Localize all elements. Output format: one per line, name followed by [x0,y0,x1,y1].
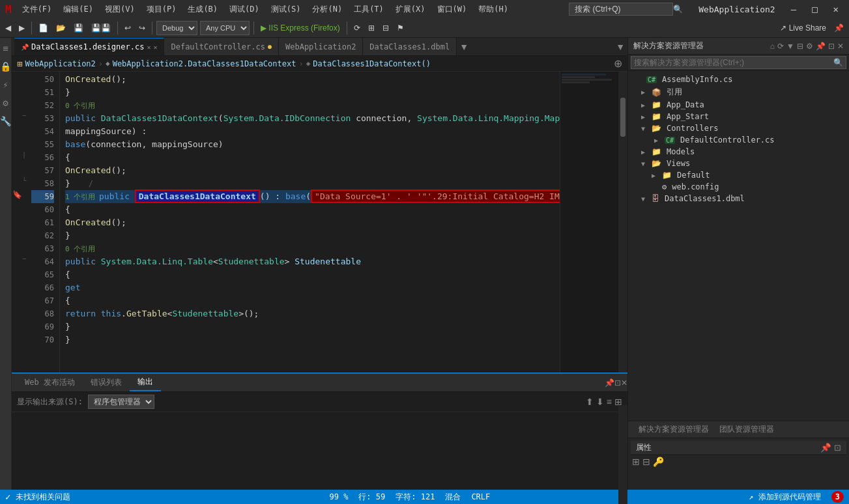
breadcrumb-method[interactable]: DataClasses1DataContext() [313,59,431,68]
save-button[interactable]: 💾 [71,22,86,34]
props-categorized-btn[interactable]: ⊞ [632,456,640,467]
props-float-btn[interactable]: ⊡ [834,443,841,453]
se-btn-home[interactable]: ⌂ [770,42,775,51]
output-scrollbar[interactable] [618,405,627,490]
se-btn-collapse[interactable]: ⊟ [797,42,803,51]
output-close-button[interactable]: ✕ [621,378,627,387]
output-btn-3[interactable]: ≡ [607,397,612,407]
live-share-button[interactable]: ↗ Live Share [777,22,829,34]
menu-project[interactable]: 项目(P) [141,3,182,16]
menu-debug[interactable]: 调试(D) [224,3,265,16]
menu-build[interactable]: 生成(B) [182,3,223,16]
redo-button[interactable]: ↪ [136,22,148,34]
tab-dataclasses1-dbml[interactable]: DataClasses1.dbml [363,38,457,56]
tree-item-models[interactable]: ▶ 📁 Models [628,146,849,158]
tree-item-references[interactable]: ▶ 📦 引用 [628,85,849,99]
tab-close-designer[interactable]: ✕ [147,44,151,51]
menu-tools[interactable]: 工具(T) [349,3,389,16]
open-button[interactable]: 📂 [53,22,68,34]
menu-test[interactable]: 测试(S) [266,3,306,16]
tree-arrow-default: ▶ [652,172,659,179]
title-bar: M 文件(F) 编辑(E) 视图(V) 项目(P) 生成(B) 调试(D) 测试… [0,0,849,18]
status-source-control[interactable]: ↗ 添加到源代码管理 [749,492,820,503]
output-panel: Web 发布活动 错误列表 输出 📌 ⊡ ✕ 显示输出来源(S): 程序包管理器… [12,372,627,490]
debug-config-dropdown[interactable]: Debug [156,21,197,35]
tab-defaultcontroller[interactable]: DefaultController.cs ● [164,38,279,56]
tree-item-webconfig[interactable]: ⚙ web.config [628,181,849,193]
tree-icon-default: 📁 [662,171,672,180]
code-area[interactable]: OnCreated(); } 0 个引用 public DataClasses1… [60,72,560,372]
menu-edit[interactable]: 编辑(E) [58,3,98,16]
solution-tree: C# AssemblyInfo.cs ▶ 📦 引用 ▶ 📁 App_Data [628,71,849,421]
editor-scrollbar[interactable] [618,72,627,372]
toolbar-btn-misc3[interactable]: ⊟ [380,22,392,34]
scrollbar-thumb[interactable] [620,98,626,137]
tab-options-button[interactable]: ▼ [613,42,627,52]
props-pin-btn[interactable]: 📌 [820,443,831,453]
new-project-button[interactable]: 📄 [36,22,51,34]
toolbar-btn-misc1[interactable]: ⟳ [351,22,363,34]
toolbar-btn-misc2[interactable]: ⊞ [366,22,377,34]
se-btn-settings[interactable]: ⚙ [806,42,813,51]
menu-view[interactable]: 视图(V) [100,3,140,16]
run-button[interactable]: ▶ IIS Express (Firefox) [258,22,343,34]
status-warnings[interactable]: 未找到相关问题 [16,492,70,503]
toolbar-btn-misc4[interactable]: ⚑ [394,22,407,34]
se-pin-button[interactable]: 📌 [816,42,826,51]
activity-icon-1[interactable]: ≡ [0,40,10,56]
tab-web-publish[interactable]: Web 发布活动 [17,374,83,391]
se-search-input[interactable] [634,58,833,67]
se-btn-refresh[interactable]: ⟳ [777,42,784,51]
menu-file[interactable]: 文件(F) [17,3,57,16]
maximize-button[interactable]: □ [807,3,822,16]
output-float-button[interactable]: ⊡ [614,378,621,387]
menu-help[interactable]: 帮助(H) [473,3,513,16]
menu-extensions[interactable]: 扩展(X) [390,3,431,16]
tree-item-default[interactable]: ▶ 📁 Default [628,169,849,181]
output-pin-button[interactable]: 📌 [605,378,614,387]
expand-button[interactable]: ⊕ [614,57,622,70]
activity-icon-4[interactable]: ⚙ [0,95,10,111]
tab-scroll-right[interactable]: ▼ [457,42,471,52]
se-close-button[interactable]: ✕ [837,42,844,51]
se-btn-filter[interactable]: ▼ [786,42,794,51]
minimize-button[interactable]: — [786,3,801,16]
tree-arrow-appstart: ▶ [641,113,649,120]
tree-item-appstart[interactable]: ▶ 📁 App_Start [628,111,849,122]
pin-button[interactable]: 📌 [831,22,846,34]
tree-item-appdata[interactable]: ▶ 📁 App_Data [628,99,849,111]
output-source-dropdown[interactable]: 程序包管理器 [88,395,154,409]
undo-button[interactable]: ↩ [122,22,134,34]
tab-close-alt[interactable]: ✕ [153,44,157,51]
tree-item-assemblyinfo[interactable]: C# AssemblyInfo.cs [628,74,849,85]
code-line-62: } [65,229,554,242]
tree-item-defaultcontroller[interactable]: ▶ C# DefaultController.cs [628,134,849,146]
menu-window[interactable]: 窗口(W) [432,3,472,16]
tree-item-dataclasses-dbml[interactable]: ▼ 🗄 DataClasses1.dbml [628,193,849,204]
output-btn-1[interactable]: ⬆ [586,397,594,407]
tab-webapplication2[interactable]: WebApplication2 [279,38,363,56]
tab-solution-explorer[interactable]: 解决方案资源管理器 [633,423,714,436]
status-check-icon: ✓ [5,492,10,502]
props-alphabetical-btn[interactable]: ⊟ [642,456,650,467]
back-button[interactable]: ◀ [3,22,14,34]
tab-dataclasses1-designer[interactable]: 📌 DataClasses1.designer.cs ✕ ✕ [14,38,164,56]
tab-team-explorer[interactable]: 团队资源管理器 [714,423,779,436]
breadcrumb-class[interactable]: WebApplication2.DataClasses1DataContext [113,59,296,68]
save-all-button[interactable]: 💾💾 [89,22,113,34]
breadcrumb-project[interactable]: WebApplication2 [25,59,95,68]
tree-item-views[interactable]: ▼ 📂 Views [628,158,849,169]
tab-output[interactable]: 输出 [130,374,161,391]
title-search-input[interactable] [569,3,673,16]
close-button[interactable]: ✕ [828,3,844,16]
tree-item-controllers[interactable]: ▼ 📂 Controllers [628,122,849,134]
activity-icon-3[interactable]: ⚡ [0,77,10,92]
code-line-66: get [65,281,554,294]
props-settings-btn[interactable]: 🔑 [653,456,664,467]
tab-error-list[interactable]: 错误列表 [83,374,130,391]
output-btn-2[interactable]: ⬇ [596,397,604,407]
se-float-button[interactable]: ⊡ [828,42,835,51]
forward-button[interactable]: ▶ [16,22,27,34]
platform-dropdown[interactable]: Any CPU [200,21,250,35]
menu-analyze[interactable]: 分析(N) [307,3,347,16]
